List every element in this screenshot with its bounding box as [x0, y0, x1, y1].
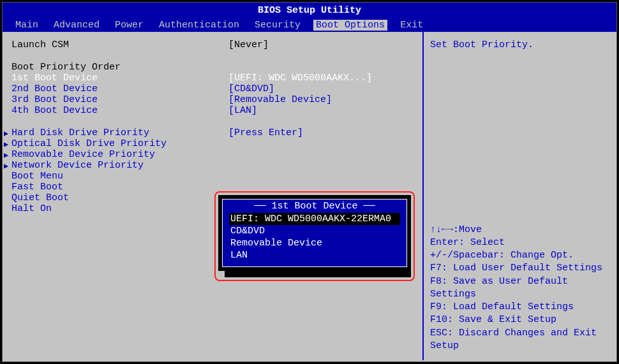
boot-order-header: Boot Priority Order	[11, 62, 228, 73]
option-label: Quiet Boot	[11, 193, 228, 203]
option-value: [Removable Device]	[228, 94, 332, 105]
popup-item-cddvd[interactable]: CD&DVD	[229, 225, 400, 237]
help-pane: Set Boot Priority. ↑↓←→:Move Enter: Sele…	[424, 32, 616, 360]
main-pane: Launch CSM [Never] Boot Priority Order 1…	[3, 32, 424, 360]
option-value: [LAN]	[228, 105, 257, 116]
boot-device-popup: ── 1st Boot Device ── UEFI: WDC WD5000AA…	[222, 199, 407, 267]
popup-title: ── 1st Boot Device ──	[229, 201, 400, 212]
help-key-change: +/-/Spacebar: Change Opt.	[430, 249, 610, 262]
boot-device-4[interactable]: 4th Boot Device [LAN]	[11, 105, 414, 116]
help-key-f8: F8: Save as User Default Settings	[430, 275, 610, 302]
tab-exit[interactable]: Exit	[398, 20, 426, 31]
help-key-f9: F9: Load Default Settings	[430, 301, 610, 314]
option-value: [UEFI: WDC WD5000AAKX...]	[228, 73, 372, 84]
option-label: 2nd Boot Device	[11, 84, 228, 94]
help-description: Set Boot Priority.	[430, 40, 610, 224]
submenu-arrow-icon: ▶	[4, 140, 8, 149]
boot-device-2[interactable]: 2nd Boot Device [CD&DVD]	[11, 84, 414, 94]
option-label: Halt On	[11, 203, 228, 214]
tab-advanced[interactable]: Advanced	[51, 20, 102, 31]
submenu-removable-priority[interactable]: ▶Removable Device Priority	[11, 149, 414, 160]
tab-boot-options[interactable]: Boot Options	[313, 20, 387, 31]
option-boot-menu[interactable]: Boot Menu	[11, 171, 414, 182]
help-key-esc: ESC: Discard Changes and Exit Setup	[430, 327, 610, 353]
popup-item-uefi-hdd[interactable]: UEFI: WDC WD5000AAKX-22ERMA0	[229, 213, 400, 225]
tab-authentication[interactable]: Authentication	[156, 20, 242, 31]
help-keys: ↑↓←→:Move Enter: Select +/-/Spacebar: Ch…	[430, 224, 610, 353]
option-value: [CD&DVD]	[228, 84, 274, 94]
help-key-select: Enter: Select	[430, 237, 610, 249]
submenu-optical-priority[interactable]: ▶Optical Disk Drive Priority	[11, 138, 414, 149]
help-key-move: ↑↓←→:Move	[430, 224, 610, 237]
option-label: Launch CSM	[11, 40, 228, 50]
submenu-arrow-icon: ▶	[4, 129, 8, 138]
tab-main[interactable]: Main	[13, 20, 41, 31]
option-label: ▶Optical Disk Drive Priority	[11, 138, 228, 149]
option-value: [Press Enter]	[228, 127, 303, 138]
option-label: 4th Boot Device	[11, 105, 228, 116]
option-launch-csm[interactable]: Launch CSM [Never]	[11, 40, 414, 50]
bios-window: BIOS Setup Utility Main Advanced Power A…	[2, 2, 617, 362]
option-label: 1st Boot Device	[11, 73, 228, 84]
help-key-f7: F7: Load User Default Settings	[430, 262, 610, 275]
tab-power[interactable]: Power	[112, 20, 146, 31]
tab-security[interactable]: Security	[252, 20, 303, 31]
popup-shadow	[225, 271, 411, 277]
popup-item-lan[interactable]: LAN	[229, 249, 400, 261]
option-label: Boot Menu	[11, 171, 228, 182]
option-label: 3rd Boot Device	[11, 94, 228, 105]
annotation-highlight: ── 1st Boot Device ── UEFI: WDC WD5000AA…	[214, 191, 415, 281]
submenu-network-priority[interactable]: ▶Network Device Priority	[11, 160, 414, 171]
option-value: [Never]	[228, 40, 269, 50]
boot-device-3[interactable]: 3rd Boot Device [Removable Device]	[11, 94, 414, 105]
submenu-arrow-icon: ▶	[4, 161, 8, 171]
tab-bar: Main Advanced Power Authentication Secur…	[3, 18, 616, 32]
submenu-arrow-icon: ▶	[4, 150, 8, 160]
option-label: ▶Hard Disk Drive Priority	[11, 127, 228, 138]
option-label: ▶Removable Device Priority	[11, 149, 228, 160]
help-key-f10: F10: Save & Exit Setup	[430, 314, 610, 326]
boot-device-1[interactable]: 1st Boot Device [UEFI: WDC WD5000AAKX...…	[11, 73, 414, 84]
popup-item-removable[interactable]: Removable Device	[229, 237, 400, 249]
content-area: Launch CSM [Never] Boot Priority Order 1…	[3, 32, 616, 360]
window-title: BIOS Setup Utility	[3, 3, 616, 18]
option-label: Fast Boot	[11, 182, 228, 193]
option-label: ▶Network Device Priority	[11, 160, 228, 171]
submenu-hdd-priority[interactable]: ▶Hard Disk Drive Priority [Press Enter]	[11, 127, 414, 138]
